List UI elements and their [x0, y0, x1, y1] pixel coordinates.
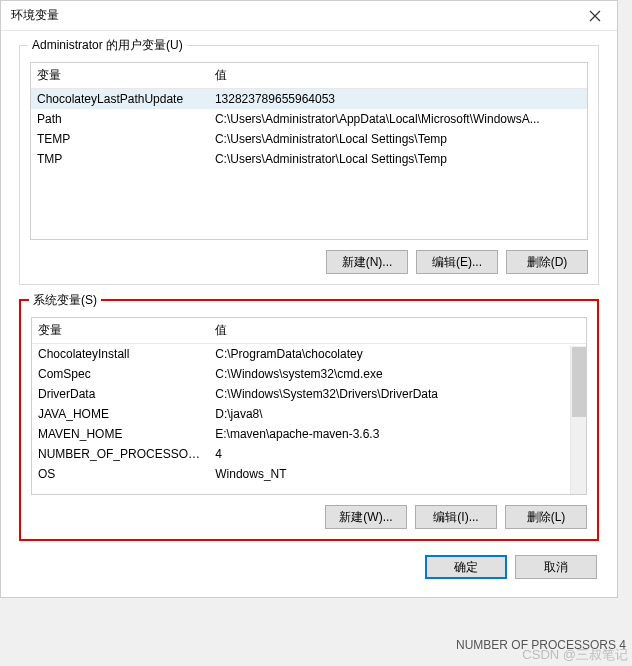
table-row[interactable]: TMPC:\Users\Administrator\Local Settings…	[31, 149, 587, 169]
user-edit-button[interactable]: 编辑(E)...	[416, 250, 498, 274]
table-row[interactable]: ChocolateyInstallC:\ProgramData\chocolat…	[32, 344, 586, 365]
dialog-content: Administrator 的用户变量(U) 变量 值 ChocolateyLa…	[1, 31, 617, 597]
system-vars-legend: 系统变量(S)	[29, 292, 101, 309]
table-row[interactable]: DriverDataC:\Windows\System32\Drivers\Dr…	[32, 384, 586, 404]
cell-val: C:\ProgramData\chocolatey	[209, 344, 586, 365]
col-header-var[interactable]: 变量	[32, 318, 209, 344]
cell-var: OS	[32, 464, 209, 484]
user-new-button[interactable]: 新建(N)...	[326, 250, 408, 274]
titlebar: 环境变量	[1, 1, 617, 31]
ok-button[interactable]: 确定	[425, 555, 507, 579]
background-window-text: NUMBER OF PROCESSORS 4	[456, 638, 626, 652]
scrollbar[interactable]	[570, 346, 586, 494]
system-vars-table: 变量 值 ChocolateyInstallC:\ProgramData\cho…	[32, 318, 586, 484]
cancel-button[interactable]: 取消	[515, 555, 597, 579]
cell-var: ComSpec	[32, 364, 209, 384]
user-vars-legend: Administrator 的用户变量(U)	[28, 37, 187, 54]
table-row[interactable]: NUMBER_OF_PROCESSORS4	[32, 444, 586, 464]
table-row[interactable]: OSWindows_NT	[32, 464, 586, 484]
table-row[interactable]: TEMPC:\Users\Administrator\Local Setting…	[31, 129, 587, 149]
system-new-button[interactable]: 新建(W)...	[325, 505, 407, 529]
cell-var: TMP	[31, 149, 209, 169]
user-delete-button[interactable]: 删除(D)	[506, 250, 588, 274]
system-vars-buttons: 新建(W)... 编辑(I)... 删除(L)	[31, 505, 587, 529]
cell-var: TEMP	[31, 129, 209, 149]
cell-val: E:\maven\apache-maven-3.6.3	[209, 424, 586, 444]
cell-val: 132823789655964053	[209, 89, 587, 110]
system-edit-button[interactable]: 编辑(I)...	[415, 505, 497, 529]
table-row[interactable]: ComSpecC:\Windows\system32\cmd.exe	[32, 364, 586, 384]
cell-var: ChocolateyInstall	[32, 344, 209, 365]
close-icon	[589, 10, 601, 22]
cell-val: C:\Windows\System32\Drivers\DriverData	[209, 384, 586, 404]
user-vars-buttons: 新建(N)... 编辑(E)... 删除(D)	[30, 250, 588, 274]
dialog-buttons: 确定 取消	[17, 555, 601, 581]
dialog-title: 环境变量	[11, 7, 572, 24]
scrollbar-thumb[interactable]	[572, 347, 586, 417]
user-vars-group: Administrator 的用户变量(U) 变量 值 ChocolateyLa…	[19, 45, 599, 285]
user-vars-table: 变量 值 ChocolateyLastPathUpdate13282378965…	[31, 63, 587, 169]
cell-val: C:\Windows\system32\cmd.exe	[209, 364, 586, 384]
cell-val: Windows_NT	[209, 464, 586, 484]
user-vars-table-wrap[interactable]: 变量 值 ChocolateyLastPathUpdate13282378965…	[30, 62, 588, 240]
table-row[interactable]: ChocolateyLastPathUpdate1328237896559640…	[31, 89, 587, 110]
system-vars-group: 系统变量(S) 变量 值 ChocolateyInstallC:\Program…	[19, 299, 599, 541]
system-delete-button[interactable]: 删除(L)	[505, 505, 587, 529]
table-row[interactable]: PathC:\Users\Administrator\AppData\Local…	[31, 109, 587, 129]
col-header-val[interactable]: 值	[209, 318, 586, 344]
cell-var: NUMBER_OF_PROCESSORS	[32, 444, 209, 464]
cell-var: ChocolateyLastPathUpdate	[31, 89, 209, 110]
col-header-val[interactable]: 值	[209, 63, 587, 89]
table-row[interactable]: MAVEN_HOMEE:\maven\apache-maven-3.6.3	[32, 424, 586, 444]
cell-var: Path	[31, 109, 209, 129]
cell-var: DriverData	[32, 384, 209, 404]
close-button[interactable]	[572, 1, 617, 31]
cell-val: 4	[209, 444, 586, 464]
cell-val: C:\Users\Administrator\Local Settings\Te…	[209, 149, 587, 169]
cell-val: D:\java8\	[209, 404, 586, 424]
cell-val: C:\Users\Administrator\AppData\Local\Mic…	[209, 109, 587, 129]
system-vars-table-wrap[interactable]: 变量 值 ChocolateyInstallC:\ProgramData\cho…	[31, 317, 587, 495]
env-vars-dialog: 环境变量 Administrator 的用户变量(U) 变量 值 Chocola…	[0, 0, 618, 598]
cell-var: MAVEN_HOME	[32, 424, 209, 444]
cell-val: C:\Users\Administrator\Local Settings\Te…	[209, 129, 587, 149]
cell-var: JAVA_HOME	[32, 404, 209, 424]
table-row[interactable]: JAVA_HOMED:\java8\	[32, 404, 586, 424]
col-header-var[interactable]: 变量	[31, 63, 209, 89]
